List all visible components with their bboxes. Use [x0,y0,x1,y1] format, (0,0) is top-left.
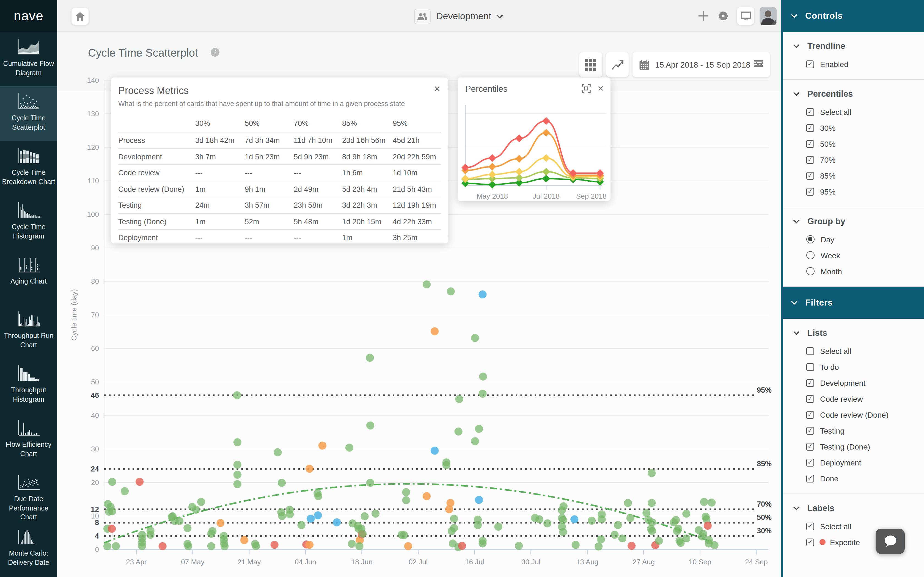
pm-cell: 24m [195,197,245,213]
control-label: Code review (Done) [820,410,888,419]
checkbox-50-[interactable]: ✓ [806,140,814,148]
checkbox-testing-done-[interactable]: ✓ [806,443,814,450]
checkbox-code-review-done-[interactable]: ✓ [806,411,814,419]
control-row[interactable]: ✓Testing [783,422,924,438]
checkbox-85-[interactable]: ✓ [806,172,814,179]
group-title: Group by [808,216,845,226]
checkbox-testing[interactable]: ✓ [806,427,814,434]
checkbox-select-all[interactable]: ✓ [806,522,814,530]
chart-menu-button[interactable] [754,60,763,68]
control-row[interactable]: Day [783,231,924,247]
sidebar-item-cycle-time-breakdown-chart[interactable]: Cycle TimeBreakdown Chart [0,141,57,195]
radio-week[interactable] [806,251,814,259]
sidebar-item-label: Cumulative FlowDiagram [0,60,57,77]
control-row[interactable]: Select all [783,343,924,359]
home-button[interactable] [71,8,89,25]
control-row[interactable]: ✓Development [783,375,924,391]
sidebar-item-aging-chart[interactable]: Aging Chart [0,250,57,304]
svg-text:May 2018: May 2018 [477,192,508,200]
control-row[interactable]: ✓Code review (Done) [783,407,924,422]
checkbox-30-[interactable]: ✓ [806,124,814,132]
control-row[interactable]: ✓85% [783,168,924,184]
pm-row-label: Testing [118,197,195,213]
control-row[interactable]: ✓Deployment [783,455,924,471]
process-metrics-table: 30%50%70%85%95% Process3d 18h 42m7d 3h 3… [118,115,441,245]
sidebar-item-throughput-histogram[interactable]: ThroughputHistogram [0,358,57,413]
control-row[interactable]: Week [783,247,924,263]
pm-row-code-review-done-: Code review (Done)1m9h 1m2d 49m5d 23h 4m… [118,181,441,197]
control-row[interactable]: ✓30% [783,120,924,136]
group-header[interactable]: Percentiles [783,89,924,99]
pm-row-deployment: Deployment---------1m3h 25m [118,229,441,245]
pm-cell: --- [195,164,245,181]
radio-month[interactable] [806,267,814,275]
pm-cell: 1m [195,213,245,229]
checkbox-development[interactable]: ✓ [806,379,814,387]
control-row[interactable]: ✓Done [783,471,924,486]
control-group-lists: ListsSelect allTo do✓Development✓Code re… [783,319,924,494]
user-avatar[interactable] [759,7,777,25]
checkbox-code-review[interactable]: ✓ [806,395,814,403]
chat-button[interactable] [876,529,905,554]
checkbox-done[interactable]: ✓ [806,474,814,482]
control-row[interactable]: ✓70% [783,152,924,168]
settings-gear-icon[interactable] [717,10,729,22]
group-header[interactable]: Group by [783,216,924,226]
sidebar-item-label: Cycle TimeScatterplot [0,114,57,132]
checkbox-to-do[interactable] [806,363,814,371]
section-header-filters[interactable]: Filters [781,287,924,319]
control-row[interactable]: To do [783,359,924,375]
sidebar-item-label: Cycle TimeBreakdown Chart [0,168,57,186]
chevron-down-icon [793,218,800,224]
section-header-controls[interactable]: Controls [781,0,924,32]
board-selector[interactable]: Development [414,9,503,24]
group-header[interactable]: Labels [783,503,924,513]
sidebar-item-label: ThroughputHistogram [0,386,57,404]
sidebar-item-monte-carlo-delivery-date[interactable]: Monte Carlo:Delivery Date [0,522,57,576]
monte-carlo-icon [16,527,41,545]
close-icon[interactable]: ✕ [434,84,441,94]
pm-row-testing-done-: Testing (Done)1m52m5h 48m1d 20h 15m4d 22… [118,213,441,229]
radio-day[interactable] [806,235,814,243]
add-icon[interactable] [698,10,709,22]
group-title: Percentiles [808,89,853,99]
checkbox-expedite[interactable]: ✓ [806,538,814,546]
monitor-icon [741,11,751,20]
grid-view-button[interactable] [579,52,602,77]
checkbox-deployment[interactable]: ✓ [806,459,814,466]
sidebar-item-throughput-run-chart[interactable]: Throughput RunChart [0,304,57,358]
pm-column-header: 70% [294,115,342,132]
info-icon[interactable]: i [211,48,220,56]
pm-row-testing: Testing24m3h 57m23h 58m3d 22h 3m12d 19h … [118,197,441,213]
display-button[interactable] [737,7,754,25]
sidebar-item-cumulative-flow-diagram[interactable]: Cumulative FlowDiagram [0,32,57,86]
topbar-actions [698,0,781,32]
control-row[interactable]: ✓Code review [783,391,924,407]
control-row[interactable]: ✓Enabled [783,56,924,72]
cycle-time-scatterplot-icon [16,92,41,110]
sidebar-item-cycle-time-histogram[interactable]: Cycle TimeHistogram [0,195,57,250]
checkbox-70-[interactable]: ✓ [806,156,814,163]
checkbox-select-all[interactable]: ✓ [806,108,814,116]
checkbox-95-[interactable]: ✓ [806,188,814,195]
control-row[interactable]: ✓Select all [783,104,924,120]
throughput-histogram-icon [16,364,41,382]
sidebar-item-due-date-performance-chart[interactable]: Due DatePerformanceChart [0,467,57,522]
control-row[interactable]: Month [783,263,924,279]
trendline-toggle-button[interactable] [606,52,628,77]
group-header[interactable]: Lists [783,328,924,338]
pm-cell: 23h 58m [294,197,342,213]
control-row[interactable]: ✓95% [783,184,924,200]
pm-row-process: Process3d 18h 42m7d 3h 34m11d 7h 10m23d … [118,132,441,148]
checkbox-select-all[interactable] [806,347,814,355]
sidebar-item-flow-efficiency-chart[interactable]: Flow EfficiencyChart [0,413,57,467]
sidebar-item-cycle-time-scatterplot[interactable]: Cycle TimeScatterplot [0,86,57,141]
control-label: Month [821,267,842,276]
control-row[interactable]: ✓50% [783,136,924,152]
board-name: Development [436,11,491,22]
pm-row-label: Testing (Done) [118,213,195,229]
date-range-picker[interactable]: 15 Apr 2018 - 15 Sep 2018 [633,52,770,77]
group-header[interactable]: Trendline [783,41,924,51]
checkbox-enabled[interactable]: ✓ [806,60,814,68]
control-row[interactable]: ✓Testing (Done) [783,438,924,455]
